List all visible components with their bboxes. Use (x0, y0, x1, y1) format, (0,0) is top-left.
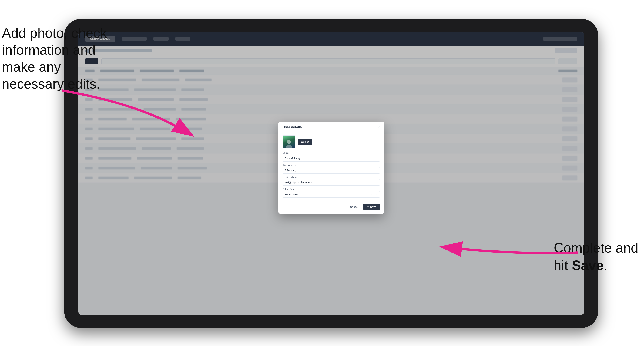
annotation-right-hit: hit (554, 258, 572, 273)
modal-overlay: User details × (78, 32, 584, 315)
modal-header: User details × (278, 122, 384, 132)
annotation-right-line1: Complete and (554, 239, 638, 257)
user-details-modal: User details × (278, 122, 384, 213)
annotation-right-save: Save (572, 258, 604, 273)
modal-close-button[interactable]: × (378, 126, 380, 129)
annotation-right: Complete and hit Save. (554, 239, 638, 274)
annotation-left-line1: Add photo, check (2, 24, 107, 41)
annotation-left-line2: information and (2, 41, 107, 58)
email-label: Email address (282, 176, 380, 178)
school-year-select-wrapper: Fourth Year ✕ ▲▼ (282, 191, 380, 198)
cancel-button[interactable]: Cancel (347, 204, 362, 210)
display-name-field-group: Display name (282, 164, 380, 173)
school-year-clear-icon[interactable]: ✕ (371, 193, 373, 196)
email-field-group: Email address (282, 176, 380, 186)
user-photo-thumbnail (282, 136, 296, 148)
modal-body: Upload Name Display name (278, 132, 384, 204)
modal-title: User details (282, 125, 302, 129)
save-icon: ⬆ (367, 206, 369, 208)
display-name-label: Display name (282, 164, 380, 167)
tablet-screen: CLIPP GRADE (78, 32, 584, 315)
annotation-left-line4: necessary edits. (2, 75, 107, 92)
save-label: Save (370, 205, 376, 208)
display-name-input[interactable] (282, 167, 380, 173)
annotation-left: Add photo, check information and make an… (2, 24, 107, 92)
svg-point-3 (286, 145, 292, 148)
photo-upload-row: Upload (282, 136, 380, 148)
school-year-label: School Year (282, 188, 380, 190)
annotation-right-line2: hit Save. (554, 257, 638, 274)
annotation-left-line3: make any (2, 58, 107, 75)
school-year-chevron-icon: ▲▼ (374, 193, 378, 196)
annotation-right-period: . (604, 258, 608, 273)
svg-point-2 (287, 140, 291, 144)
name-input[interactable] (282, 155, 380, 162)
modal-footer: Cancel ⬆ Save (278, 204, 384, 213)
school-year-value: Fourth Year (285, 193, 371, 196)
upload-photo-button[interactable]: Upload (298, 139, 312, 145)
school-year-select[interactable]: Fourth Year ✕ ▲▼ (282, 191, 380, 198)
name-label: Name (282, 152, 380, 154)
name-field-group: Name (282, 152, 380, 162)
school-year-field-group: School Year Fourth Year ✕ ▲▼ (282, 188, 380, 198)
save-button[interactable]: ⬆ Save (363, 204, 380, 210)
email-input[interactable] (282, 179, 380, 186)
tablet-device: CLIPP GRADE (64, 19, 598, 328)
